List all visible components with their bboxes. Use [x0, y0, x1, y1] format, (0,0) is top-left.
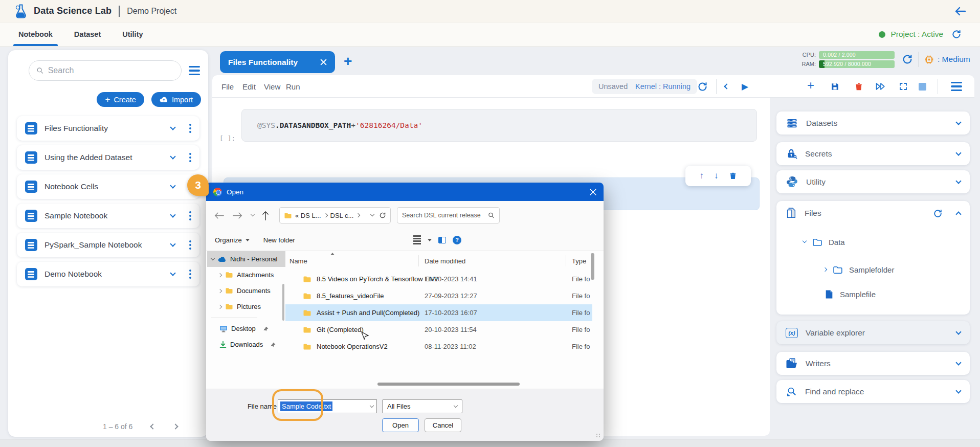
tree-item-data[interactable]: Data [776, 232, 970, 252]
cancel-button[interactable]: Cancel [425, 418, 461, 432]
section-datasets[interactable]: Datasets [776, 111, 970, 135]
chevron-down-icon[interactable] [170, 124, 175, 130]
preview-pane-icon[interactable] [438, 237, 446, 243]
chevron-down-icon[interactable] [170, 241, 175, 247]
nav-forward-icon[interactable] [233, 212, 242, 219]
file-row[interactable]: 8.5_features_videoFile 27-09-2023 12:27 … [285, 287, 592, 304]
resources-refresh-icon[interactable] [902, 54, 913, 65]
create-button[interactable]: + Create [97, 92, 144, 107]
column-type[interactable]: Type [572, 257, 586, 265]
environment-size-label[interactable]: : Medium [938, 55, 970, 64]
open-button[interactable]: Open [382, 418, 419, 432]
section-secrets[interactable]: Secrets [776, 142, 970, 165]
back-arrow-icon[interactable] [953, 6, 967, 17]
chevron-down-icon[interactable] [803, 239, 807, 243]
notebook-item[interactable]: Using the Added Dataset [17, 145, 199, 170]
menu-view[interactable]: View [264, 75, 280, 98]
list-vertical-scrollbar[interactable] [591, 253, 594, 280]
nav-recent-chevron-icon[interactable] [251, 215, 254, 216]
collapse-left-icon[interactable] [725, 75, 729, 98]
address-refresh-icon[interactable] [379, 212, 386, 219]
import-button[interactable]: Import [151, 92, 201, 107]
dialog-title-bar[interactable]: Open [206, 183, 604, 201]
item-menu-icon[interactable] [189, 127, 191, 129]
files-header[interactable]: Files [776, 201, 970, 226]
tree-scrollbar[interactable] [282, 284, 284, 321]
dialog-search-input[interactable] [402, 212, 488, 219]
new-folder-button[interactable]: New folder [263, 236, 295, 244]
nav-back-icon[interactable] [214, 212, 224, 219]
move-cell-up-icon[interactable]: ↑ [700, 171, 704, 181]
menu-edit[interactable]: Edit [242, 75, 256, 98]
tree-item-samplefolder[interactable]: Samplefolder [776, 259, 970, 280]
notebook-item[interactable]: PySpark_Sample Notebook [17, 233, 199, 257]
nav-up-icon[interactable] [261, 211, 270, 220]
delete-cell-icon[interactable] [854, 75, 863, 98]
dialog-search-box[interactable] [397, 207, 500, 223]
view-mode-caret-icon[interactable] [428, 239, 432, 241]
section-find-replace[interactable]: Find and replace [776, 380, 970, 403]
file-name-dropdown-icon[interactable] [370, 403, 374, 407]
run-cell-icon[interactable]: ▶ [742, 75, 748, 98]
tab-dataset[interactable]: Dataset [74, 23, 101, 46]
file-row[interactable]: Git (Completed) 20-10-2023 11:54 File fo [285, 321, 592, 338]
run-all-icon[interactable] [875, 75, 886, 98]
move-cell-down-icon[interactable]: ↓ [714, 171, 719, 181]
organize-button[interactable]: Organize [215, 236, 250, 244]
delete-cell-icon[interactable] [729, 171, 737, 181]
chevron-down-icon[interactable] [955, 178, 961, 184]
add-cell-icon[interactable]: + [807, 74, 814, 97]
chevron-down-icon[interactable] [170, 270, 175, 276]
item-menu-icon[interactable] [189, 244, 191, 246]
notebook-search-box[interactable] [29, 60, 182, 81]
file-row[interactable]: Notebook OperationsV2 08-11-2023 11:02 F… [285, 338, 592, 355]
dialog-close-icon[interactable] [590, 189, 596, 195]
chevron-down-icon[interactable] [955, 360, 961, 365]
notebook-item[interactable]: Demo Notebook [17, 262, 199, 286]
breadcrumb-part1[interactable]: « DS L... [295, 212, 321, 219]
item-menu-icon[interactable] [189, 273, 191, 275]
section-variable-explorer[interactable]: (x) Variable explorer [776, 321, 970, 344]
breadcrumb-part2[interactable]: DSL c... [330, 212, 354, 219]
item-menu-icon[interactable] [189, 157, 191, 159]
files-refresh-icon[interactable] [933, 209, 943, 218]
file-type-select[interactable]: All Files [382, 399, 462, 413]
section-writers[interactable]: Writers [776, 352, 970, 375]
resize-grip[interactable] [596, 433, 601, 438]
chevron-down-icon[interactable] [170, 183, 175, 188]
open-notebook-tab[interactable]: Files Functionality [220, 51, 335, 73]
tree-item-documents[interactable]: Documents [207, 283, 285, 299]
address-dropdown-icon[interactable] [370, 212, 374, 216]
project-refresh-icon[interactable] [951, 29, 962, 39]
kernel-refresh-icon[interactable] [697, 75, 708, 98]
tree-item-onedrive[interactable]: Nidhi - Personal [207, 251, 285, 267]
tree-item-samplefile[interactable]: Samplefile [776, 284, 970, 304]
new-tab-icon[interactable]: + [344, 53, 352, 70]
chevron-down-icon[interactable] [170, 212, 175, 217]
page-next-icon[interactable] [173, 423, 179, 429]
view-mode-icon[interactable] [413, 235, 421, 244]
code-cell[interactable]: @SYS.DATASANDBOX_PATH + '62816264/Data' [241, 109, 757, 142]
notebook-item[interactable]: Files Functionality [17, 116, 199, 141]
notebook-item[interactable]: Sample Notebook [17, 204, 199, 228]
chevron-down-icon[interactable] [170, 153, 175, 159]
toolbar-menu-icon[interactable] [951, 75, 962, 98]
chevron-down-icon[interactable] [955, 150, 961, 155]
fullscreen-icon[interactable] [899, 75, 908, 98]
tab-utility[interactable]: Utility [122, 23, 143, 46]
chevron-down-icon[interactable] [955, 329, 961, 334]
tab-notebook[interactable]: Notebook [18, 23, 53, 46]
chevron-down-icon[interactable] [955, 388, 961, 393]
page-prev-icon[interactable] [150, 423, 156, 429]
tree-item-desktop[interactable]: Desktop [207, 321, 285, 337]
column-date-modified[interactable]: Date modified [425, 257, 465, 265]
search-input[interactable] [48, 66, 174, 75]
chevron-down-icon[interactable] [955, 119, 961, 125]
tree-item-attachments[interactable]: Attachments [207, 267, 285, 283]
chevron-right-icon[interactable] [823, 267, 827, 272]
chevron-up-icon[interactable] [955, 211, 961, 217]
file-row-hovered[interactable]: Assist + Push and Pull(Completed) 17-10-… [285, 304, 592, 321]
column-name[interactable]: Name [289, 257, 307, 265]
tree-item-pictures[interactable]: Pictures [207, 299, 285, 315]
tree-item-downloads[interactable]: Downloads [207, 337, 285, 352]
